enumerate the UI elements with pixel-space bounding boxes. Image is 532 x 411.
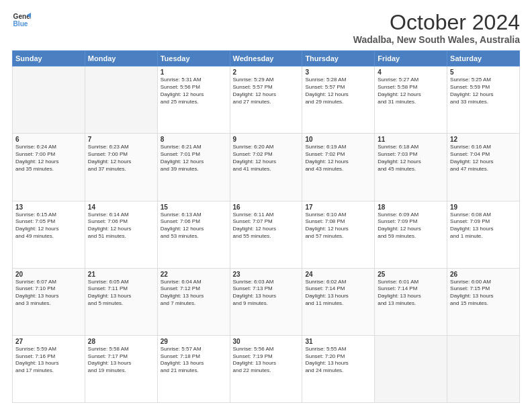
- week-row-3: 20Sunrise: 6:07 AMSunset: 7:10 PMDayligh…: [13, 268, 520, 335]
- header: General Blue October 2024 Wadalba, New S…: [12, 11, 520, 45]
- col-header-wednesday: Wednesday: [230, 51, 302, 66]
- day-number: 8: [161, 136, 227, 143]
- day-number: 12: [450, 136, 517, 143]
- cell-info: Sunrise: 6:02 AMSunset: 7:14 PMDaylight:…: [305, 279, 371, 308]
- day-number: 5: [450, 68, 517, 76]
- calendar-table: SundayMondayTuesdayWednesdayThursdayFrid…: [12, 50, 520, 403]
- day-number: 19: [450, 203, 517, 211]
- cell-info: Sunrise: 5:58 AMSunset: 7:17 PMDaylight:…: [88, 346, 154, 375]
- cell-info: Sunrise: 6:23 AMSunset: 7:00 PMDaylight:…: [88, 144, 154, 173]
- day-number: 20: [15, 271, 82, 278]
- calendar-cell: 15Sunrise: 6:13 AMSunset: 7:06 PMDayligh…: [157, 201, 230, 268]
- day-number: 26: [450, 271, 517, 278]
- calendar-cell: 20Sunrise: 6:07 AMSunset: 7:10 PMDayligh…: [13, 268, 85, 335]
- calendar-cell: 1Sunrise: 5:31 AMSunset: 5:56 PMDaylight…: [157, 66, 230, 134]
- calendar-cell: 7Sunrise: 6:23 AMSunset: 7:00 PMDaylight…: [85, 134, 157, 201]
- calendar-cell: [375, 335, 447, 402]
- day-number: 4: [378, 68, 444, 76]
- day-number: 29: [161, 338, 227, 345]
- col-header-saturday: Saturday: [447, 51, 520, 66]
- day-number: 11: [378, 136, 444, 143]
- day-number: 21: [88, 271, 154, 278]
- day-number: 7: [88, 136, 154, 143]
- cell-info: Sunrise: 6:15 AMSunset: 7:05 PMDaylight:…: [15, 212, 82, 240]
- cell-info: Sunrise: 6:18 AMSunset: 7:03 PMDaylight:…: [378, 144, 444, 173]
- day-number: 28: [88, 338, 154, 345]
- calendar-cell: 13Sunrise: 6:15 AMSunset: 7:05 PMDayligh…: [13, 201, 85, 268]
- calendar-cell: 11Sunrise: 6:18 AMSunset: 7:03 PMDayligh…: [375, 134, 447, 201]
- cell-info: Sunrise: 6:08 AMSunset: 7:09 PMDaylight:…: [450, 212, 517, 240]
- day-number: 9: [233, 136, 300, 143]
- cell-info: Sunrise: 6:01 AMSunset: 7:14 PMDaylight:…: [378, 279, 444, 308]
- logo-icon: General Blue: [12, 11, 31, 30]
- cell-info: Sunrise: 5:31 AMSunset: 5:56 PMDaylight:…: [161, 77, 227, 105]
- day-number: 17: [305, 203, 371, 211]
- cell-info: Sunrise: 6:16 AMSunset: 7:04 PMDaylight:…: [450, 144, 517, 173]
- calendar-cell: 31Sunrise: 5:55 AMSunset: 7:20 PMDayligh…: [302, 335, 375, 402]
- calendar-cell: 23Sunrise: 6:03 AMSunset: 7:13 PMDayligh…: [230, 268, 302, 335]
- calendar-cell: 19Sunrise: 6:08 AMSunset: 7:09 PMDayligh…: [447, 201, 520, 268]
- calendar-cell: [447, 335, 520, 402]
- day-number: 31: [305, 338, 371, 345]
- col-header-tuesday: Tuesday: [157, 51, 230, 66]
- calendar-cell: 30Sunrise: 5:56 AMSunset: 7:19 PMDayligh…: [230, 335, 302, 402]
- calendar-cell: 24Sunrise: 6:02 AMSunset: 7:14 PMDayligh…: [302, 268, 375, 335]
- calendar-cell: 27Sunrise: 5:59 AMSunset: 7:16 PMDayligh…: [13, 335, 85, 402]
- cell-info: Sunrise: 6:20 AMSunset: 7:02 PMDaylight:…: [233, 144, 300, 173]
- cell-info: Sunrise: 6:13 AMSunset: 7:06 PMDaylight:…: [161, 212, 227, 240]
- calendar-cell: 9Sunrise: 6:20 AMSunset: 7:02 PMDaylight…: [230, 134, 302, 201]
- day-number: 18: [378, 203, 444, 211]
- cell-info: Sunrise: 5:55 AMSunset: 7:20 PMDaylight:…: [305, 346, 371, 375]
- calendar-cell: 2Sunrise: 5:29 AMSunset: 5:57 PMDaylight…: [230, 66, 302, 134]
- calendar-cell: 12Sunrise: 6:16 AMSunset: 7:04 PMDayligh…: [447, 134, 520, 201]
- day-number: 10: [305, 136, 371, 143]
- calendar-cell: 3Sunrise: 5:28 AMSunset: 5:57 PMDaylight…: [302, 66, 375, 134]
- cell-info: Sunrise: 6:14 AMSunset: 7:06 PMDaylight:…: [88, 212, 154, 240]
- cell-info: Sunrise: 6:00 AMSunset: 7:15 PMDaylight:…: [450, 279, 517, 308]
- cell-info: Sunrise: 5:59 AMSunset: 7:16 PMDaylight:…: [15, 346, 82, 375]
- cell-info: Sunrise: 6:07 AMSunset: 7:10 PMDaylight:…: [15, 279, 82, 308]
- day-number: 6: [15, 136, 82, 143]
- cell-info: Sunrise: 6:11 AMSunset: 7:07 PMDaylight:…: [233, 212, 300, 240]
- cell-info: Sunrise: 6:09 AMSunset: 7:09 PMDaylight:…: [378, 212, 444, 240]
- calendar-cell: 16Sunrise: 6:11 AMSunset: 7:07 PMDayligh…: [230, 201, 302, 268]
- calendar-cell: 10Sunrise: 6:19 AMSunset: 7:02 PMDayligh…: [302, 134, 375, 201]
- logo: General Blue: [12, 11, 31, 30]
- day-number: 16: [233, 203, 300, 211]
- location: Wadalba, New South Wales, Australia: [353, 34, 520, 45]
- day-number: 27: [15, 338, 82, 345]
- week-row-1: 6Sunrise: 6:24 AMSunset: 7:00 PMDaylight…: [13, 134, 520, 201]
- cell-info: Sunrise: 6:19 AMSunset: 7:02 PMDaylight:…: [305, 144, 371, 173]
- calendar-cell: 22Sunrise: 6:04 AMSunset: 7:12 PMDayligh…: [157, 268, 230, 335]
- calendar-cell: 14Sunrise: 6:14 AMSunset: 7:06 PMDayligh…: [85, 201, 157, 268]
- cell-info: Sunrise: 5:27 AMSunset: 5:58 PMDaylight:…: [378, 77, 444, 105]
- week-row-4: 27Sunrise: 5:59 AMSunset: 7:16 PMDayligh…: [13, 335, 520, 402]
- week-row-0: 1Sunrise: 5:31 AMSunset: 5:56 PMDaylight…: [13, 66, 520, 134]
- day-number: 1: [161, 68, 227, 76]
- calendar-cell: 17Sunrise: 6:10 AMSunset: 7:08 PMDayligh…: [302, 201, 375, 268]
- cell-info: Sunrise: 6:05 AMSunset: 7:11 PMDaylight:…: [88, 279, 154, 308]
- day-number: 3: [305, 68, 371, 76]
- calendar-cell: 29Sunrise: 5:57 AMSunset: 7:18 PMDayligh…: [157, 335, 230, 402]
- day-number: 23: [233, 271, 300, 278]
- cell-info: Sunrise: 6:03 AMSunset: 7:13 PMDaylight:…: [233, 279, 300, 308]
- svg-text:Blue: Blue: [13, 20, 28, 28]
- calendar-header-row: SundayMondayTuesdayWednesdayThursdayFrid…: [13, 51, 520, 66]
- day-number: 15: [161, 203, 227, 211]
- cell-info: Sunrise: 6:04 AMSunset: 7:12 PMDaylight:…: [161, 279, 227, 308]
- week-row-2: 13Sunrise: 6:15 AMSunset: 7:05 PMDayligh…: [13, 201, 520, 268]
- calendar-cell: 26Sunrise: 6:00 AMSunset: 7:15 PMDayligh…: [447, 268, 520, 335]
- col-header-thursday: Thursday: [302, 51, 375, 66]
- col-header-monday: Monday: [85, 51, 157, 66]
- day-number: 22: [161, 271, 227, 278]
- day-number: 30: [233, 338, 300, 345]
- calendar-cell: 4Sunrise: 5:27 AMSunset: 5:58 PMDaylight…: [375, 66, 447, 134]
- cell-info: Sunrise: 6:21 AMSunset: 7:01 PMDaylight:…: [161, 144, 227, 173]
- col-header-sunday: Sunday: [13, 51, 85, 66]
- day-number: 25: [378, 271, 444, 278]
- calendar-cell: [85, 66, 157, 134]
- calendar-cell: 8Sunrise: 6:21 AMSunset: 7:01 PMDaylight…: [157, 134, 230, 201]
- cell-info: Sunrise: 5:56 AMSunset: 7:19 PMDaylight:…: [233, 346, 300, 375]
- title-block: October 2024 Wadalba, New South Wales, A…: [353, 11, 520, 45]
- calendar-cell: 6Sunrise: 6:24 AMSunset: 7:00 PMDaylight…: [13, 134, 85, 201]
